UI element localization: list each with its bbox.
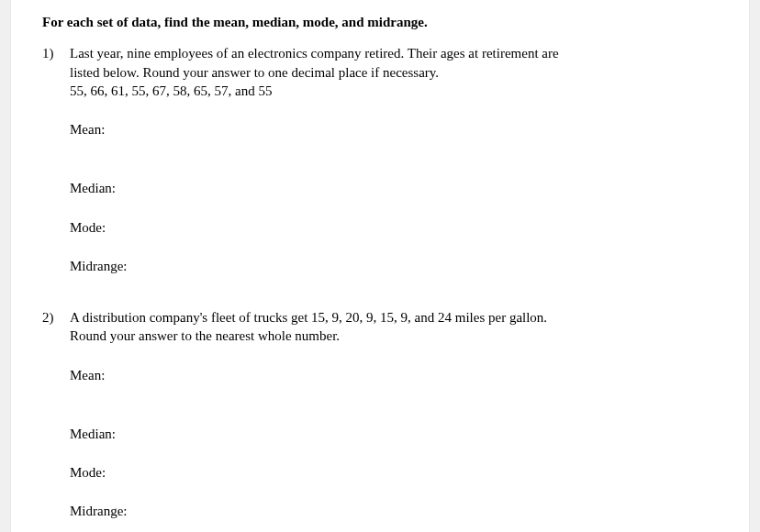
instructions-heading: For each set of data, find the mean, med… (42, 13, 718, 31)
problem-number: 1) (42, 44, 70, 295)
median-label: Median: (70, 425, 718, 443)
problem-2: 2) A distribution company's fleet of tru… (42, 308, 718, 521)
mode-label: Mode: (70, 463, 718, 482)
midrange-label: Midrange: (70, 257, 718, 275)
problem-text-line: Last year, nine employees of an electron… (70, 44, 718, 62)
problem-text-line: A distribution company's fleet of trucks… (70, 308, 718, 327)
problem-text: Last year, nine employees of an electron… (70, 44, 718, 100)
median-label: Median: (70, 179, 718, 197)
problem-text-line: listed below. Round your answer to one d… (70, 63, 718, 82)
problem-1: 1) Last year, nine employees of an elect… (42, 44, 718, 295)
mode-label: Mode: (70, 218, 718, 237)
problem-number: 2) (42, 308, 70, 521)
problem-text-line: Round your answer to the nearest whole n… (70, 327, 718, 345)
problem-text: A distribution company's fleet of trucks… (70, 308, 718, 346)
problem-body: Last year, nine employees of an electron… (70, 44, 718, 295)
problem-body: A distribution company's fleet of trucks… (70, 308, 718, 521)
mean-label: Mean: (70, 366, 718, 384)
mean-label: Mean: (70, 120, 718, 139)
midrange-label: Midrange: (70, 502, 718, 520)
problem-data-line: 55, 66, 61, 55, 67, 58, 65, 57, and 55 (70, 82, 718, 100)
worksheet-page: For each set of data, find the mean, med… (11, 0, 749, 532)
